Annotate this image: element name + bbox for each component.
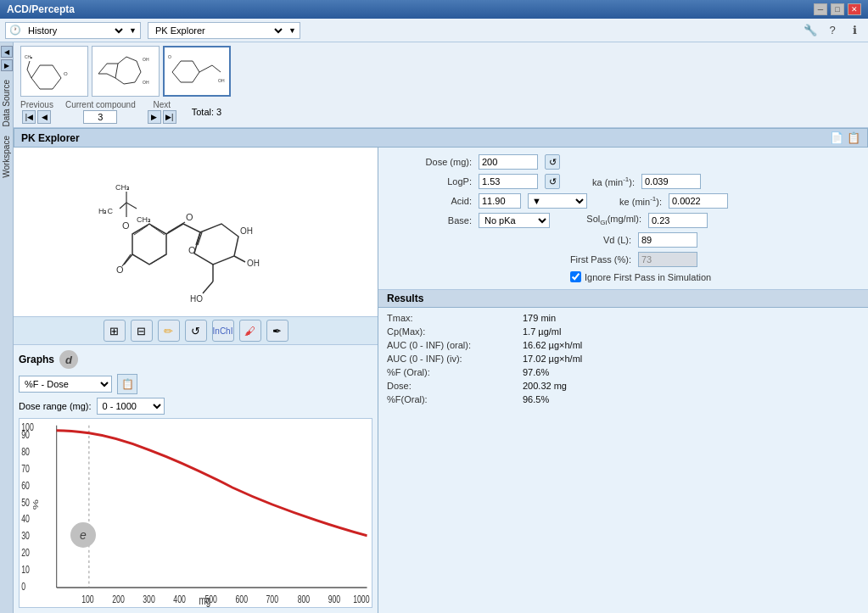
logp-input[interactable] [479,174,538,189]
svg-text:1000: 1000 [353,593,369,605]
workspace-label[interactable]: Workspace [2,136,11,178]
sol-input[interactable] [648,213,708,228]
svg-text:100: 100 [81,593,94,605]
erase-button[interactable]: ✒ [266,320,288,342]
compound-thumb-2[interactable]: OH OH [92,46,160,97]
svg-text:30: 30 [21,530,30,542]
svg-line-13 [126,57,137,61]
last-btn[interactable]: ▶| [163,110,176,124]
svg-text:20: 20 [21,547,30,559]
close-button[interactable]: ✕ [848,3,861,15]
dose-reset-button[interactable]: ↺ [545,154,560,170]
svg-line-45 [166,224,183,234]
dose-range-label: Dose range (mg): [19,401,92,411]
tmax-key: Tmax: [387,313,523,323]
pdf-icon[interactable]: 📄 [830,131,843,144]
results-table: Tmax: 179 min Cp(Max): 1.7 µg/ml AUC (0 … [378,308,868,413]
svg-line-6 [27,70,31,78]
first-pass-input[interactable] [638,252,697,267]
ke-label: ke (min-1): [594,195,662,207]
clock-icon: 🕐 [9,25,21,36]
explorer-dropdown[interactable]: PK Explorer ▼ [148,22,300,39]
svg-text:300: 300 [143,593,155,605]
svg-line-0 [31,65,40,78]
inchi-button[interactable]: InChI [212,320,234,342]
chart-badge: e [70,522,96,548]
dose-input[interactable] [479,154,538,170]
copy-smiles-button[interactable]: ⊟ [131,320,153,342]
dose-result-val: 200.32 mg [523,381,567,391]
svg-text:700: 700 [266,593,279,605]
svg-line-14 [137,61,141,72]
maximize-button[interactable]: □ [831,3,844,15]
compound-thumb-1[interactable]: O CH₃ [20,46,88,97]
data-source-label[interactable]: Data Source [2,80,11,127]
svg-text:900: 900 [328,593,341,605]
base-row: Base: No pKa SolGI(mg/ml): [387,213,860,228]
ke-input[interactable] [669,193,728,209]
svg-line-12 [118,57,126,64]
graph-type-select[interactable]: %F - Dose [19,376,112,393]
acid-input[interactable] [479,193,521,209]
svg-text:OH: OH [143,80,149,85]
ignore-first-pass-checkbox[interactable] [570,271,581,282]
graph-copy-button[interactable]: 📋 [117,374,137,394]
svg-line-50 [124,254,132,265]
copy-report-icon[interactable]: 📋 [847,131,860,144]
minimize-button[interactable]: ─ [814,3,827,15]
dose-result-key: Dose: [387,381,523,391]
svg-line-7 [27,61,30,70]
vd-row: Vd (L): [387,232,860,248]
wrench-icon[interactable]: 🔧 [802,22,819,39]
svg-text:OH: OH [240,226,253,236]
base-select[interactable]: No pKa [479,213,550,228]
f-oral2-key: %F(Oral): [387,394,523,404]
svg-line-36 [120,203,126,209]
svg-text:mg: mg [199,593,211,607]
first-btn[interactable]: |◀ [22,110,36,124]
svg-line-2 [53,65,61,78]
first-pass-row: First Pass (%): [387,252,860,267]
content-area: O CH₃ [14,42,868,613]
base-label: Base: [387,215,472,226]
result-row-auc-iv: AUC (0 - INF) (iv): 17.02 µg×h/ml [387,354,860,364]
titlebar: ACD/Percepta ─ □ ✕ [0,0,868,19]
current-compound-input[interactable] [83,110,117,124]
svg-line-15 [135,72,141,82]
svg-line-5 [31,78,40,89]
svg-text:60: 60 [21,479,30,491]
vd-input[interactable] [638,232,697,248]
info-icon[interactable]: ℹ [846,22,863,39]
graphs-section: Graphs d %F - Dose 📋 Dose range (mg): [14,345,378,613]
ka-label: ka (min-1): [567,176,635,187]
next-btn[interactable]: ▶ [148,110,161,124]
history-dropdown[interactable]: 🕐 History ▼ [5,22,141,39]
ignore-first-pass-label: Ignore First Pass in Simulation [570,271,711,282]
compound-thumb-3[interactable]: O OH [163,46,231,97]
auc-oral-val: 16.62 µg×h/ml [523,340,582,350]
color-button[interactable]: 🖌 [239,320,261,342]
svg-line-19 [107,74,115,78]
explorer-select[interactable]: PK Explorer [152,25,285,36]
sidebar-tabs: ◀ ▶ Data Source Workspace [0,42,14,613]
svg-text:100: 100 [21,421,34,432]
draw-button[interactable]: ✏ [158,320,180,342]
structure-area: CH₃ H₃C CH₃ O [14,148,378,317]
svg-text:O: O [168,54,171,59]
result-row-f-oral: %F (Oral): 97.6% [387,367,860,377]
svg-line-25 [193,61,199,72]
sidebar-next-btn[interactable]: ▶ [1,59,13,71]
dose-range-select[interactable]: 0 - 1000 [97,398,165,415]
svg-text:0: 0 [21,581,25,593]
prev-btn[interactable]: ◀ [37,110,51,124]
help-icon[interactable]: ? [824,22,841,39]
svg-text:H₃C: H₃C [98,207,113,215]
sidebar-prev-btn[interactable]: ◀ [1,46,13,58]
acid-select[interactable]: ▼ [528,193,587,209]
history-select[interactable]: History [25,25,126,36]
svg-line-10 [98,64,107,74]
reset-button[interactable]: ↺ [185,320,207,342]
copy-struct-button[interactable]: ⊞ [104,320,126,342]
logp-reset-button[interactable]: ↺ [545,174,560,189]
ka-input[interactable] [641,174,701,189]
